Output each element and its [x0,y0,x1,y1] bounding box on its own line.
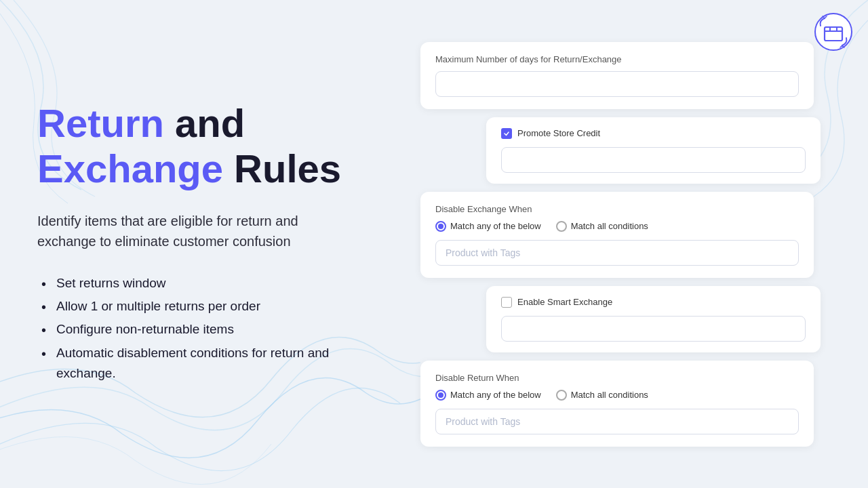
exchange-radio-any[interactable]: Match any of the below [435,221,541,232]
title-exchange: Exchange [37,146,223,190]
exchange-radio-any-inner [438,224,443,229]
disable-exchange-card: Disable Exchange When Match any of the b… [420,192,814,278]
return-radio-all-outer [556,390,567,401]
smart-exchange-checkbox[interactable] [501,297,512,308]
exchange-radio-all-label: Match all conditions [571,221,648,231]
smart-exchange-input[interactable] [501,316,806,342]
disable-return-input[interactable] [435,409,799,434]
bullet-4: Automatic disablement conditions for ret… [37,343,353,384]
return-radio-any-label: Match any of the below [450,390,541,400]
promote-label: Promote Store Credit [517,128,600,138]
promote-checkbox-row: Promote Store Credit [501,128,806,139]
title-rules: Rules [223,146,341,190]
promote-input[interactable] [501,147,806,173]
exchange-radio-any-outer [435,221,446,232]
return-radio-any-inner [438,392,443,398]
return-radio-all[interactable]: Match all conditions [556,390,648,401]
app-logo [814,12,853,54]
return-radio-all-label: Match all conditions [571,390,648,400]
smart-exchange-label: Enable Smart Exchange [517,297,612,307]
disable-exchange-radio-row: Match any of the below Match all conditi… [435,221,799,232]
bullet-1: Set returns window [37,273,353,293]
return-radio-any[interactable]: Match any of the below [435,390,541,401]
main-title: Return and Exchange Rules [37,101,353,191]
right-panel: Maximum Number of days for Return/Exchan… [380,0,868,488]
disable-exchange-label: Disable Exchange When [435,204,799,214]
subtitle-text: Identify items that are eligible for ret… [37,211,353,251]
disable-return-radio-row: Match any of the below Match all conditi… [435,390,799,401]
exchange-radio-all[interactable]: Match all conditions [556,221,648,232]
max-days-card: Maximum Number of days for Return/Exchan… [420,42,814,109]
max-days-input[interactable] [435,71,799,97]
left-panel: Return and Exchange Rules Identify items… [0,0,393,488]
bullet-3: Configure non-returnable items [37,319,353,340]
promote-checkbox[interactable] [501,128,512,139]
smart-exchange-checkbox-row: Enable Smart Exchange [501,297,806,308]
exchange-radio-any-label: Match any of the below [450,221,541,231]
title-and: and [164,101,245,145]
exchange-radio-all-outer [556,221,567,232]
disable-exchange-input[interactable] [435,240,799,266]
disable-return-card: Disable Return When Match any of the bel… [420,361,814,447]
max-days-label: Maximum Number of days for Return/Exchan… [435,54,799,64]
smart-exchange-card: Enable Smart Exchange [486,286,821,352]
promote-card: Promote Store Credit [486,117,821,184]
return-radio-any-outer [435,390,446,401]
title-return: Return [37,101,164,145]
disable-return-label: Disable Return When [435,373,799,383]
bullet-2: Allow 1 or multiple returns per order [37,296,353,317]
feature-list: Set returns window Allow 1 or multiple r… [37,273,353,387]
